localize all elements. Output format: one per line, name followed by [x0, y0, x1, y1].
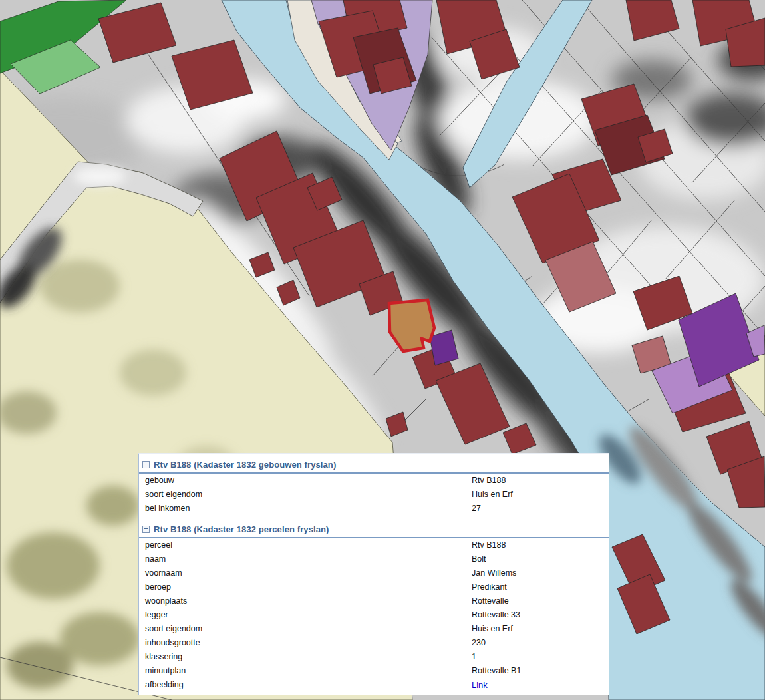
section-title: Rtv B188 (Kadaster 1832 gebouwen fryslan…	[154, 460, 336, 470]
field-value: Rottevalle B1	[472, 664, 521, 678]
field-value: Bolt	[472, 552, 486, 566]
section-header: Rtv B188 (Kadaster 1832 gebouwen fryslan…	[139, 454, 609, 471]
field-value: Predikant	[472, 580, 507, 594]
attribute-row: bel inkomen27	[139, 502, 609, 516]
section-header: Rtv B188 (Kadaster 1832 percelen fryslan…	[139, 518, 609, 536]
field-label: klassering	[145, 652, 182, 661]
attribute-row: beroepPredikant	[139, 580, 609, 594]
field-value: Huis en Erf	[472, 488, 513, 502]
collapse-icon[interactable]	[142, 461, 150, 468]
field-value: Jan Willems	[472, 566, 516, 580]
field-label: perceel	[145, 540, 172, 550]
field-value: Rottevalle 33	[472, 608, 520, 622]
field-value: 27	[472, 502, 481, 516]
field-label: bel inkomen	[145, 504, 190, 513]
field-label: soort eigendom	[145, 490, 202, 499]
attribute-row: minuutplanRottevalle B1	[139, 664, 609, 678]
attribute-row: klassering1	[139, 650, 609, 664]
field-value: 230	[472, 636, 486, 650]
attribute-row: soort eigendomHuis en Erf	[139, 622, 609, 636]
section-title: Rtv B188 (Kadaster 1832 percelen fryslan…	[154, 524, 329, 534]
field-label: soort eigendom	[145, 624, 202, 633]
field-label: naam	[145, 554, 166, 564]
field-value: Rtv B188	[472, 474, 506, 488]
afbeelding-link[interactable]: Link	[472, 680, 488, 690]
field-value: Link	[472, 678, 488, 693]
attribute-row: soort eigendomHuis en Erf	[139, 488, 609, 502]
attribute-row: perceelRtv B188	[139, 538, 609, 552]
field-value: 1	[472, 650, 476, 664]
field-label: woonplaats	[145, 596, 187, 606]
field-label: minuutplan	[145, 666, 186, 675]
attribute-row: gebouwRtv B188	[139, 474, 609, 488]
field-label: afbeelding	[145, 680, 184, 689]
gis-viewer: Rtv B188 (Kadaster 1832 gebouwen fryslan…	[0, 0, 765, 700]
field-value: Rottevalle	[472, 594, 509, 608]
attribute-row: leggerRottevalle 33	[139, 608, 609, 622]
field-label: voornaam	[145, 568, 182, 578]
field-value: Rtv B188	[472, 538, 506, 552]
field-label: gebouw	[145, 476, 174, 485]
field-value: Huis en Erf	[472, 622, 513, 636]
collapse-icon[interactable]	[142, 526, 150, 533]
info-popup: Rtv B188 (Kadaster 1832 gebouwen fryslan…	[138, 453, 609, 695]
attribute-row: woonplaatsRottevalle	[139, 594, 609, 608]
field-label: beroep	[145, 582, 171, 592]
attribute-row: afbeeldingLink	[139, 678, 609, 692]
field-label: legger	[145, 610, 168, 619]
attribute-section: Rtv B188 (Kadaster 1832 gebouwen fryslan…	[139, 454, 609, 516]
attribute-section: Rtv B188 (Kadaster 1832 percelen fryslan…	[139, 518, 609, 692]
attribute-row: inhoudsgrootte230	[139, 636, 609, 650]
attribute-row: voornaamJan Willems	[139, 566, 609, 580]
attribute-row: naamBolt	[139, 552, 609, 566]
field-label: inhoudsgrootte	[145, 638, 200, 647]
